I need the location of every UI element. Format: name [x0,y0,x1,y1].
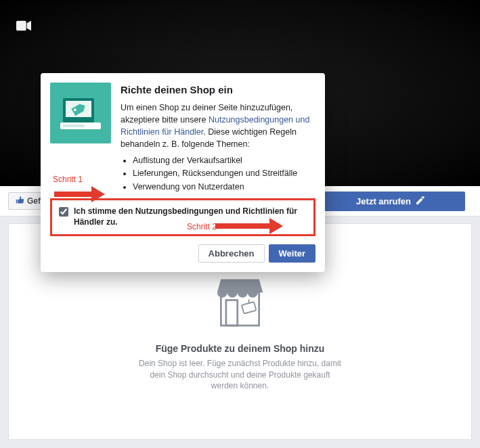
svg-rect-9 [63,125,85,127]
modal-title: Richte deinen Shop ein [121,83,315,97]
agree-terms-box: Ich stimme den Nutzungsbedingungen und R… [50,198,315,236]
agree-terms-checkbox[interactable] [59,207,68,217]
bullet-item: Lieferungen, Rücksendungen und Streitfäl… [133,167,315,179]
modal-bullets: Auflistung der Verkaufsartikel Lieferung… [133,154,315,192]
bullet-item: Verwendung von Nutzerdaten [133,181,315,193]
continue-button[interactable]: Weiter [269,244,316,263]
bullet-item: Auflistung der Verkaufsartikel [133,154,315,166]
agree-terms-label[interactable]: Ich stimme den Nutzungsbedingungen und R… [74,206,307,227]
setup-shop-modal: Richte deinen Shop ein Um einen Shop zu … [41,73,325,272]
modal-intro: Um einen Shop zu deiner Seite hinzuzufüg… [121,102,315,151]
cancel-button[interactable]: Abbrechen [198,244,265,263]
shop-price-tag-icon [50,83,111,143]
